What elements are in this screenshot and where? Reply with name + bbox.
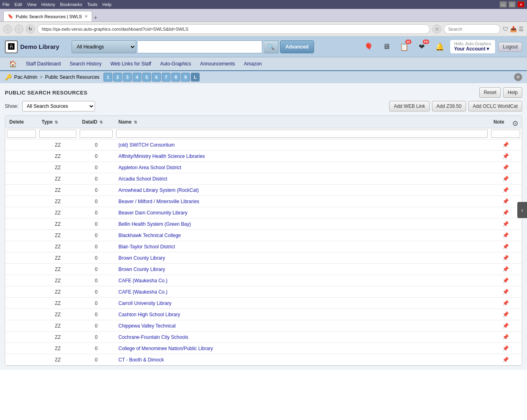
account-dropdown[interactable]: Hello, Auto-Graphics Your Account ▾ bbox=[450, 40, 495, 53]
library-link[interactable]: College of Menominee Nation/Public Libra… bbox=[118, 346, 213, 351]
settings-gear-icon[interactable]: ⚙ bbox=[512, 119, 519, 128]
amazon-nav[interactable]: Amazon bbox=[240, 59, 266, 69]
cell-note[interactable]: 📌 bbox=[489, 286, 522, 298]
library-link[interactable]: Appleton Area School District bbox=[118, 165, 181, 170]
menu-tools[interactable]: Tools bbox=[87, 2, 98, 7]
cell-name[interactable]: Affinity/Ministry Health Science Librari… bbox=[114, 151, 489, 162]
menu-help[interactable]: Help bbox=[102, 2, 112, 7]
note-icon[interactable]: 📌 bbox=[502, 210, 509, 216]
name-filter-input[interactable] bbox=[116, 130, 488, 138]
cell-note[interactable]: 📌 bbox=[489, 309, 522, 320]
search-button[interactable]: 🔍 bbox=[264, 40, 278, 53]
balloon-icon-button[interactable]: 🎈 bbox=[361, 40, 376, 54]
cell-note[interactable]: 📌 bbox=[489, 275, 522, 286]
reset-button[interactable]: Reset bbox=[479, 87, 501, 98]
page-3[interactable]: 3 bbox=[123, 73, 132, 82]
cell-name[interactable]: Cashton High School Library bbox=[114, 309, 489, 320]
announcements-nav[interactable]: Announcements bbox=[196, 59, 239, 69]
library-link[interactable]: CAFE (Waukesha Co.) bbox=[118, 289, 168, 295]
add-z3950-button[interactable]: Add Z39.50 bbox=[432, 101, 466, 111]
library-link[interactable]: Blair-Taylor School District bbox=[118, 244, 175, 250]
address-bar[interactable] bbox=[37, 24, 430, 34]
note-filter-input[interactable] bbox=[491, 130, 520, 138]
addon-icon-3[interactable]: ☰ bbox=[519, 26, 524, 32]
note-icon[interactable]: 📌 bbox=[502, 357, 509, 363]
library-link[interactable]: Arrowhead Library System (RockCat) bbox=[118, 187, 199, 193]
cell-note[interactable]: 📌 bbox=[489, 298, 522, 309]
cell-name[interactable]: CAFE (Waukesha Co.) bbox=[114, 286, 489, 298]
note-icon[interactable]: 📌 bbox=[502, 323, 509, 329]
cell-note[interactable]: 📌 bbox=[489, 320, 522, 332]
cell-note[interactable]: 📌 bbox=[489, 230, 522, 241]
library-link[interactable]: (old) SWITCH Consortium bbox=[118, 142, 175, 148]
note-icon[interactable]: 📌 bbox=[502, 232, 509, 238]
page-L[interactable]: L bbox=[191, 73, 200, 82]
note-icon[interactable]: 📌 bbox=[502, 266, 509, 272]
cell-name[interactable]: CAFE (Waukesha Co.) bbox=[114, 275, 489, 286]
library-link[interactable]: Bellin Health System (Green Bay) bbox=[118, 221, 191, 227]
note-icon[interactable]: 📌 bbox=[502, 345, 509, 351]
menu-edit[interactable]: Edit bbox=[15, 2, 22, 7]
close-breadcrumb-button[interactable]: ✕ bbox=[514, 73, 522, 81]
note-icon[interactable]: 📌 bbox=[502, 244, 509, 250]
cell-note[interactable]: 📌 bbox=[489, 196, 522, 207]
new-tab-button[interactable]: + bbox=[94, 14, 97, 21]
active-tab[interactable]: 🔖 Public Search Resources | SWLS ✕ bbox=[3, 11, 92, 21]
web-links-nav[interactable]: Web Links for Staff bbox=[106, 59, 155, 69]
note-icon[interactable]: 📌 bbox=[502, 277, 509, 284]
library-link[interactable]: Chippewa Valley Technical bbox=[118, 323, 176, 329]
search-type-select[interactable]: All Headings Title Author Subject bbox=[72, 40, 136, 53]
breadcrumb-pac-admin[interactable]: Pac Admin bbox=[14, 74, 37, 80]
menu-history[interactable]: History bbox=[41, 2, 55, 7]
cell-name[interactable]: Beaver / Milford / Minersville Libraries bbox=[114, 196, 489, 207]
side-panel-toggle[interactable]: ‹ bbox=[517, 202, 527, 218]
forward-button[interactable]: › bbox=[15, 25, 23, 34]
cell-name[interactable]: Bellin Health System (Green Bay) bbox=[114, 218, 489, 230]
monitor-icon-button[interactable]: 🖥 bbox=[379, 40, 394, 54]
browser-menu[interactable]: File Edit View History Bookmarks Tools H… bbox=[2, 2, 112, 7]
note-icon[interactable]: 📌 bbox=[502, 153, 509, 159]
library-link[interactable]: Brown County Library bbox=[118, 267, 165, 272]
note-icon[interactable]: 📌 bbox=[502, 142, 509, 148]
menu-file[interactable]: File bbox=[2, 2, 10, 7]
cell-note[interactable]: 📌 bbox=[489, 332, 522, 343]
note-icon[interactable]: 📌 bbox=[502, 334, 509, 340]
cell-name[interactable]: Arrowhead Library System (RockCat) bbox=[114, 185, 489, 196]
cell-name[interactable]: College of Menominee Nation/Public Libra… bbox=[114, 343, 489, 354]
advanced-search-button[interactable]: Advanced bbox=[280, 40, 314, 53]
search-history-nav[interactable]: Search History bbox=[66, 59, 106, 69]
note-icon[interactable]: 📌 bbox=[502, 311, 509, 317]
library-link[interactable]: CAFE (Waukesha Co.) bbox=[118, 278, 168, 284]
delete-filter-input[interactable] bbox=[7, 130, 36, 138]
page-4[interactable]: 4 bbox=[133, 73, 141, 82]
library-link[interactable]: Beaver / Milford / Minersville Libraries bbox=[118, 199, 199, 204]
cell-name[interactable]: Appleton Area School District bbox=[114, 162, 489, 173]
note-icon[interactable]: 📌 bbox=[502, 164, 509, 170]
cell-note[interactable]: 📌 bbox=[489, 139, 522, 151]
page-9[interactable]: 9 bbox=[181, 73, 190, 82]
note-icon[interactable]: 📌 bbox=[502, 255, 509, 261]
cell-note[interactable]: 📌 bbox=[489, 343, 522, 354]
note-icon[interactable]: 📌 bbox=[502, 176, 509, 182]
close-button[interactable]: ✕ bbox=[517, 1, 525, 8]
page-7[interactable]: 7 bbox=[162, 73, 171, 82]
cell-note[interactable]: 📌 bbox=[489, 173, 522, 185]
back-button[interactable]: ‹ bbox=[3, 25, 12, 34]
library-link[interactable]: Blackhawk Technical College bbox=[118, 233, 181, 238]
heart-icon-button[interactable]: ❤ F9 bbox=[415, 40, 429, 54]
cell-name[interactable]: Brown County Library bbox=[114, 252, 489, 264]
show-select[interactable]: All Search Sources Web Links Z39.50 OCLC… bbox=[22, 101, 95, 111]
library-link[interactable]: Brown County Library bbox=[118, 255, 165, 261]
cell-note[interactable]: 📌 bbox=[489, 162, 522, 173]
cell-name[interactable]: Chippewa Valley Technical bbox=[114, 320, 489, 332]
cell-note[interactable]: 📌 bbox=[489, 241, 522, 252]
page-8[interactable]: 8 bbox=[171, 73, 180, 82]
logout-button[interactable]: Logout bbox=[498, 42, 522, 52]
note-icon[interactable]: 📌 bbox=[502, 289, 509, 295]
cell-note[interactable]: 📌 bbox=[489, 151, 522, 162]
list-icon-button[interactable]: 📋 10 bbox=[397, 40, 411, 54]
cell-note[interactable]: 📌 bbox=[489, 207, 522, 218]
page-5[interactable]: 5 bbox=[142, 73, 151, 82]
library-link[interactable]: Arcadia School District bbox=[118, 176, 167, 182]
home-nav-button[interactable]: 🏠 bbox=[5, 58, 21, 70]
